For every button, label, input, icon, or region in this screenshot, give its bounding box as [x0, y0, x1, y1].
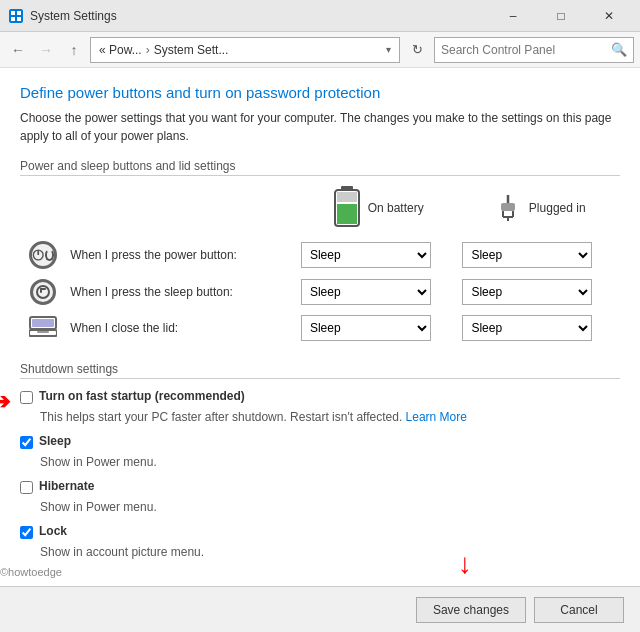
- search-box[interactable]: 🔍: [434, 37, 634, 63]
- svg-rect-19: [40, 288, 46, 290]
- sleep-checkbox-row: Sleep: [20, 434, 620, 449]
- bottom-bar: Save changes Cancel: [0, 586, 640, 632]
- address-dropdown-icon[interactable]: ▾: [386, 44, 391, 55]
- save-changes-button[interactable]: Save changes: [416, 597, 526, 623]
- address-path: « Pow... › System Sett...: [99, 43, 386, 57]
- svg-rect-21: [32, 319, 54, 327]
- hibernate-checkbox[interactable]: [20, 481, 33, 494]
- back-button[interactable]: ←: [6, 38, 30, 62]
- page-description: Choose the power settings that you want …: [20, 109, 620, 145]
- lid-plugged-select[interactable]: Sleep Do nothing Hibernate Shut down: [462, 315, 592, 341]
- plugged-in-header: Plugged in: [529, 201, 586, 215]
- fast-startup-label[interactable]: Turn on fast startup (recommended): [39, 389, 245, 403]
- power-settings-table: On battery Plugged in: [20, 186, 620, 346]
- svg-rect-8: [337, 192, 357, 202]
- battery-icon: [332, 186, 362, 230]
- sleep-checkbox[interactable]: [20, 436, 33, 449]
- fast-startup-desc: This helps start your PC faster after sh…: [40, 408, 620, 426]
- sleep-button-icon: [30, 279, 56, 305]
- svg-rect-7: [337, 204, 357, 224]
- lid-battery-select[interactable]: Sleep Do nothing Hibernate Shut down: [301, 315, 431, 341]
- path-part-1: « Pow...: [99, 43, 142, 57]
- title-bar: System Settings – □ ✕: [0, 0, 640, 32]
- minimize-button[interactable]: –: [490, 0, 536, 32]
- svg-rect-4: [17, 17, 21, 21]
- svg-rect-23: [37, 331, 49, 333]
- power-button-plugged-select[interactable]: Sleep Do nothing Hibernate Shut down: [462, 242, 592, 268]
- lock-label[interactable]: Lock: [39, 524, 67, 538]
- down-arrow-annotation: ↓: [458, 550, 472, 578]
- path-separator: ›: [146, 43, 150, 57]
- lock-checkbox-row: Lock: [20, 524, 620, 539]
- forward-button[interactable]: →: [34, 38, 58, 62]
- title-bar-title: System Settings: [30, 9, 490, 23]
- shutdown-settings: ➔ Turn on fast startup (recommended) Thi…: [20, 389, 620, 561]
- search-input[interactable]: [441, 43, 611, 57]
- up-button[interactable]: ↑: [62, 38, 86, 62]
- table-row: When I press the power button: Sleep Do …: [20, 236, 620, 274]
- hibernate-checkbox-row: Hibernate: [20, 479, 620, 494]
- sleep-desc: Show in Power menu.: [40, 453, 620, 471]
- page-title: Define power buttons and turn on passwor…: [20, 84, 620, 101]
- power-button-label: When I press the power button:: [70, 248, 237, 262]
- sleep-button-label: When I press the sleep button:: [70, 285, 233, 299]
- sleep-button-battery-select[interactable]: Sleep Do nothing Hibernate Shut down: [301, 279, 431, 305]
- fast-startup-checkbox[interactable]: [20, 391, 33, 404]
- title-bar-icon: [8, 8, 24, 24]
- svg-rect-3: [11, 17, 15, 21]
- maximize-button[interactable]: □: [538, 0, 584, 32]
- hibernate-desc: Show in Power menu.: [40, 498, 620, 516]
- lock-checkbox[interactable]: [20, 526, 33, 539]
- search-icon: 🔍: [611, 42, 627, 57]
- refresh-button[interactable]: ↻: [404, 37, 430, 63]
- power-button-icon: [29, 241, 57, 269]
- cancel-button[interactable]: Cancel: [534, 597, 624, 623]
- table-row: When I close the lid: Sleep Do nothing H…: [20, 310, 620, 346]
- learn-more-link[interactable]: Learn More: [406, 410, 467, 424]
- sleep-button-plugged-select[interactable]: Sleep Do nothing Hibernate Shut down: [462, 279, 592, 305]
- section1-label: Power and sleep buttons and lid settings: [20, 159, 620, 176]
- main-content: Define power buttons and turn on passwor…: [0, 68, 640, 632]
- table-row: When I press the sleep button: Sleep Do …: [20, 274, 620, 310]
- svg-rect-1: [11, 11, 15, 15]
- address-bar: ← → ↑ « Pow... › System Sett... ▾ ↻ 🔍: [0, 32, 640, 68]
- svg-rect-10: [501, 203, 515, 211]
- title-bar-controls: – □ ✕: [490, 0, 632, 32]
- sleep-label[interactable]: Sleep: [39, 434, 71, 448]
- svg-rect-2: [17, 11, 21, 15]
- close-button[interactable]: ✕: [586, 0, 632, 32]
- svg-point-17: [37, 286, 49, 298]
- plugged-in-icon: [493, 193, 523, 223]
- fast-startup-row: ➔ Turn on fast startup (recommended) Thi…: [20, 389, 620, 426]
- annotation-arrow: ➔: [0, 389, 10, 415]
- lock-desc: Show in account picture menu.: [40, 543, 620, 561]
- address-box[interactable]: « Pow... › System Sett... ▾: [90, 37, 400, 63]
- lid-label: When I close the lid:: [70, 321, 178, 335]
- power-button-battery-select[interactable]: Sleep Do nothing Hibernate Shut down: [301, 242, 431, 268]
- watermark: ©howtoedge: [0, 566, 62, 578]
- hibernate-label[interactable]: Hibernate: [39, 479, 94, 493]
- section2-label: Shutdown settings: [20, 362, 620, 379]
- on-battery-header: On battery: [368, 201, 424, 215]
- path-part-2: System Sett...: [154, 43, 229, 57]
- lid-icon: [29, 316, 57, 341]
- fast-startup-checkbox-row: Turn on fast startup (recommended): [20, 389, 620, 404]
